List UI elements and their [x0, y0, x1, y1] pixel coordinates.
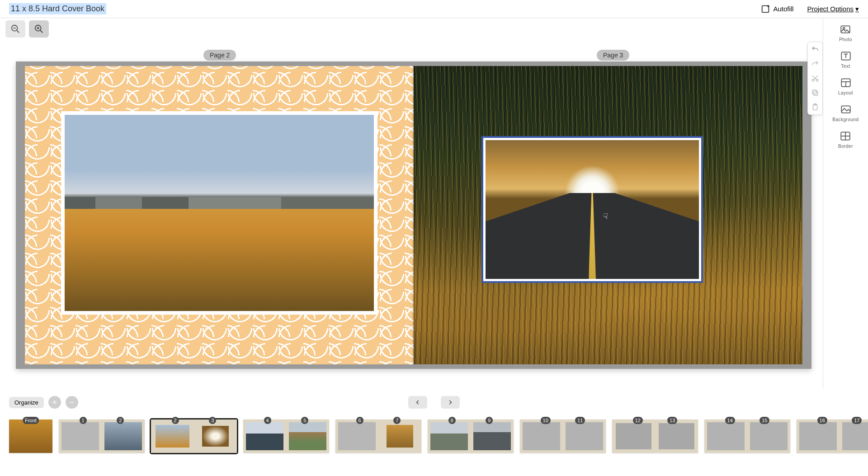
thumbnail-spread[interactable]: 12	[59, 419, 145, 453]
panel-border-label: Border	[838, 144, 853, 149]
thumbnail-badge-left: 1	[80, 417, 87, 424]
thumbnail-badge-left: 14	[725, 417, 735, 424]
thumbnail-page-left	[520, 419, 563, 453]
thumbnail-spread[interactable]: 1011	[520, 419, 606, 453]
thumbnail-image	[9, 419, 52, 453]
thumbnail-badge: Front	[23, 417, 39, 424]
thumbnail-badge-right: 15	[760, 417, 769, 424]
top-bar: 11 x 8.5 Hard Cover Book Autofill Projec…	[0, 0, 868, 18]
right-photo-frame[interactable]: ☟	[481, 136, 703, 283]
undo-button[interactable]	[808, 42, 822, 57]
book-spread: ☟	[16, 61, 811, 369]
thumbnail-badge-left: 8	[448, 417, 456, 424]
thumbnail-page-right	[194, 419, 237, 453]
organize-button[interactable]: Organize	[9, 397, 44, 408]
thumbnail-page-left	[704, 419, 747, 453]
zoom-out-button[interactable]	[5, 20, 25, 38]
autofill-label: Autofill	[773, 5, 793, 13]
panel-text[interactable]: Text	[840, 50, 852, 69]
svg-rect-10	[814, 91, 818, 95]
thumbnail-page-right	[747, 419, 790, 453]
zoom-toolbar	[0, 18, 868, 40]
thumbnail-page-left	[428, 419, 471, 453]
thumbnail-spread[interactable]: 1415	[704, 419, 790, 453]
add-page-button[interactable]: +	[48, 396, 61, 409]
panel-border[interactable]: Border	[838, 130, 853, 149]
page-label-right: Page 3	[597, 50, 629, 61]
left-photo[interactable]	[65, 115, 374, 311]
svg-rect-11	[812, 90, 816, 94]
thumbnail-page-left	[243, 419, 286, 453]
panel-photo[interactable]: Photo	[839, 24, 852, 42]
canvas-area: Page 2 Page 3 ☟	[0, 40, 823, 388]
panel-background-label: Background	[832, 117, 859, 122]
thumbnail-badge-left: 12	[633, 417, 643, 424]
thumbnail-page-left	[612, 419, 655, 453]
thumbnail-spread[interactable]: 23	[151, 419, 237, 453]
autofill-button[interactable]: Autofill	[760, 4, 793, 14]
right-panel: Photo Text Layout Background Border	[823, 18, 868, 389]
thumbnail-badge-left: 6	[356, 417, 363, 424]
thumbnail-badge-left: 10	[541, 417, 551, 424]
thumbnail-badge-left: 4	[264, 417, 271, 424]
thumbnail-page-right	[471, 419, 514, 453]
thumbnail-page-right	[840, 419, 868, 453]
thumbnail-spread[interactable]: 1617	[797, 419, 868, 453]
prev-spread-button[interactable]	[408, 396, 427, 409]
chevron-down-icon: ▾	[855, 5, 859, 13]
thumbnail-page-left	[151, 419, 194, 453]
thumbnail-spread[interactable]: 89	[428, 419, 514, 453]
paste-button[interactable]	[808, 100, 822, 114]
thumbnail-badge-right: 11	[575, 417, 585, 424]
project-options-label: Project Options	[807, 5, 854, 13]
cut-button[interactable]	[808, 71, 822, 85]
thumbnail-page-left	[335, 419, 378, 453]
thumbnail-page-right	[563, 419, 606, 453]
remove-page-button[interactable]: −	[66, 396, 78, 409]
project-title[interactable]: 11 x 8.5 Hard Cover Book	[9, 3, 106, 14]
left-photo-frame[interactable]	[61, 111, 377, 315]
thumbnail-spread[interactable]: 67	[335, 419, 421, 453]
thumbnail-badge-right: 13	[667, 417, 677, 424]
thumbnail-front[interactable]: Front	[9, 419, 52, 453]
right-photo[interactable]: ☟	[486, 140, 699, 279]
svg-line-5	[40, 30, 43, 33]
page-label-left: Page 2	[203, 50, 236, 61]
panel-text-label: Text	[841, 64, 850, 69]
cursor-icon: ☟	[603, 212, 608, 222]
book-spine	[413, 66, 415, 364]
thumbnail-page-right	[378, 419, 421, 453]
edit-tools-floating	[807, 42, 823, 115]
thumbnail-page-left	[797, 419, 840, 453]
bottom-toolbar: Organize + −	[0, 393, 868, 411]
thumbnail-badge-left: 16	[817, 417, 827, 424]
thumbnail-badge-left: 2	[172, 417, 179, 424]
thumbnail-badge-right: 17	[852, 417, 862, 424]
panel-photo-label: Photo	[839, 37, 852, 42]
panel-layout[interactable]: Layout	[838, 77, 853, 95]
thumbnail-spread[interactable]: 1213	[612, 419, 698, 453]
autofill-icon	[760, 4, 770, 14]
thumbnail-page-right	[286, 419, 329, 453]
project-options-dropdown[interactable]: Project Options ▾	[807, 5, 859, 13]
thumbnail-spread[interactable]: 45	[243, 419, 329, 453]
thumbnail-page-right	[655, 419, 698, 453]
copy-button[interactable]	[808, 85, 822, 100]
svg-line-2	[17, 30, 19, 33]
thumbnail-page-right	[102, 419, 145, 453]
page-right[interactable]: ☟	[414, 66, 802, 364]
panel-layout-label: Layout	[838, 90, 853, 95]
svg-rect-0	[762, 5, 769, 12]
zoom-in-button[interactable]	[29, 20, 49, 38]
next-spread-button[interactable]	[441, 396, 460, 409]
page-left[interactable]	[25, 66, 414, 364]
panel-background[interactable]: Background	[832, 104, 859, 122]
redo-button[interactable]	[808, 57, 822, 71]
thumbnail-strip[interactable]: Front12234567891011121314151617	[0, 414, 868, 459]
thumbnail-page-left	[59, 419, 102, 453]
